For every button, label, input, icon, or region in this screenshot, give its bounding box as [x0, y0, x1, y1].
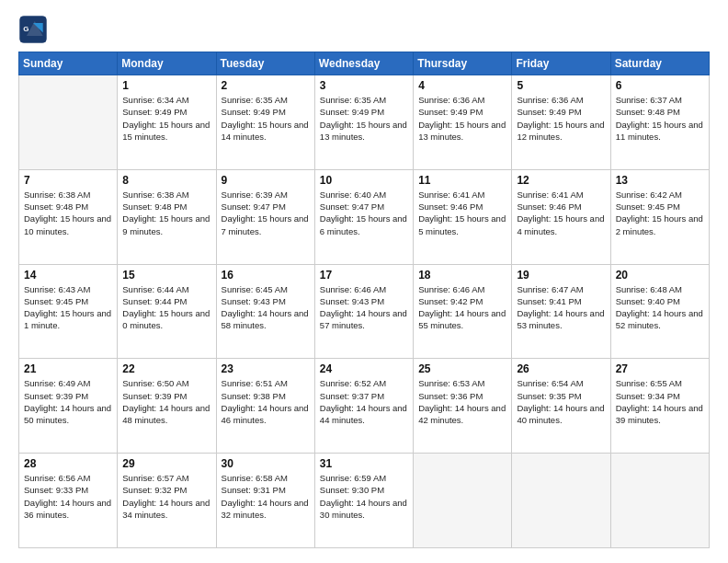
day-number: 16 [222, 269, 310, 282]
calendar-week-row: 21Sunrise: 6:49 AMSunset: 9:39 PMDayligh… [19, 359, 710, 454]
calendar-cell: 26Sunrise: 6:54 AMSunset: 9:35 PMDayligh… [512, 359, 610, 454]
calendar-cell: 3Sunrise: 6:35 AMSunset: 9:49 PMDaylight… [314, 75, 413, 170]
cell-info: Sunrise: 6:55 AMSunset: 9:34 PMDaylight:… [616, 377, 704, 426]
cell-info: Sunrise: 6:35 AMSunset: 9:49 PMDaylight:… [320, 94, 408, 143]
day-number: 1 [122, 79, 210, 92]
cell-info: Sunrise: 6:40 AMSunset: 9:47 PMDaylight:… [320, 189, 408, 237]
day-number: 27 [616, 362, 704, 375]
calendar-cell: 20Sunrise: 6:48 AMSunset: 9:40 PMDayligh… [610, 264, 709, 359]
cell-info: Sunrise: 6:43 AMSunset: 9:45 PMDaylight:… [24, 283, 112, 332]
calendar-cell: 16Sunrise: 6:45 AMSunset: 9:43 PMDayligh… [216, 264, 314, 359]
calendar-cell: 1Sunrise: 6:34 AMSunset: 9:49 PMDaylight… [118, 75, 216, 170]
cell-info: Sunrise: 6:35 AMSunset: 9:49 PMDaylight:… [222, 94, 310, 143]
cell-info: Sunrise: 6:53 AMSunset: 9:36 PMDaylight:… [418, 377, 506, 426]
day-number: 19 [517, 269, 605, 282]
calendar-cell: 12Sunrise: 6:41 AMSunset: 9:46 PMDayligh… [512, 169, 610, 264]
cell-info: Sunrise: 6:50 AMSunset: 9:39 PMDaylight:… [122, 377, 210, 426]
calendar-cell: 19Sunrise: 6:47 AMSunset: 9:41 PMDayligh… [512, 264, 610, 359]
cell-info: Sunrise: 6:36 AMSunset: 9:49 PMDaylight:… [418, 94, 506, 143]
cell-info: Sunrise: 6:49 AMSunset: 9:39 PMDaylight:… [24, 377, 112, 426]
calendar-col-header: Sunday [19, 52, 118, 75]
cell-info: Sunrise: 6:51 AMSunset: 9:38 PMDaylight:… [222, 377, 310, 426]
calendar-col-header: Thursday [414, 52, 512, 75]
day-number: 4 [418, 79, 506, 92]
day-number: 25 [418, 362, 506, 375]
day-number: 23 [222, 362, 310, 375]
calendar-col-header: Saturday [610, 52, 709, 75]
calendar-cell: 31Sunrise: 6:59 AMSunset: 9:30 PMDayligh… [314, 454, 413, 548]
calendar-cell: 27Sunrise: 6:55 AMSunset: 9:34 PMDayligh… [610, 359, 709, 454]
day-number: 9 [222, 174, 310, 187]
cell-info: Sunrise: 6:37 AMSunset: 9:48 PMDaylight:… [616, 94, 704, 143]
day-number: 6 [616, 79, 704, 92]
calendar-cell: 6Sunrise: 6:37 AMSunset: 9:48 PMDaylight… [610, 75, 709, 170]
cell-info: Sunrise: 6:58 AMSunset: 9:31 PMDaylight:… [222, 472, 310, 521]
cell-info: Sunrise: 6:54 AMSunset: 9:35 PMDaylight:… [517, 377, 605, 426]
day-number: 24 [320, 362, 408, 375]
day-number: 22 [122, 362, 210, 375]
day-number: 14 [24, 269, 112, 282]
cell-info: Sunrise: 6:48 AMSunset: 9:40 PMDaylight:… [616, 283, 704, 332]
calendar-cell [512, 454, 610, 548]
cell-info: Sunrise: 6:52 AMSunset: 9:37 PMDaylight:… [320, 377, 408, 426]
day-number: 15 [122, 269, 210, 282]
calendar-cell: 7Sunrise: 6:38 AMSunset: 9:48 PMDaylight… [19, 169, 118, 264]
day-number: 8 [122, 174, 210, 187]
day-number: 28 [24, 457, 112, 470]
calendar-cell: 18Sunrise: 6:46 AMSunset: 9:42 PMDayligh… [414, 264, 512, 359]
calendar-cell: 13Sunrise: 6:42 AMSunset: 9:45 PMDayligh… [610, 169, 709, 264]
day-number: 17 [320, 269, 408, 282]
calendar-cell [610, 454, 709, 548]
cell-info: Sunrise: 6:47 AMSunset: 9:41 PMDaylight:… [517, 283, 605, 332]
cell-info: Sunrise: 6:44 AMSunset: 9:44 PMDaylight:… [122, 283, 210, 332]
calendar-col-header: Monday [118, 52, 216, 75]
calendar-week-row: 1Sunrise: 6:34 AMSunset: 9:49 PMDaylight… [19, 75, 710, 170]
day-number: 31 [320, 457, 408, 470]
calendar-cell: 10Sunrise: 6:40 AMSunset: 9:47 PMDayligh… [314, 169, 413, 264]
header: G [18, 15, 710, 44]
day-number: 13 [616, 174, 704, 187]
cell-info: Sunrise: 6:34 AMSunset: 9:49 PMDaylight:… [122, 94, 210, 143]
cell-info: Sunrise: 6:59 AMSunset: 9:30 PMDaylight:… [320, 472, 408, 521]
calendar-week-row: 28Sunrise: 6:56 AMSunset: 9:33 PMDayligh… [19, 454, 710, 548]
calendar-cell: 25Sunrise: 6:53 AMSunset: 9:36 PMDayligh… [414, 359, 512, 454]
cell-info: Sunrise: 6:41 AMSunset: 9:46 PMDaylight:… [418, 189, 506, 237]
day-number: 21 [24, 362, 112, 375]
page: G SundayMondayTuesdayWednesdayThursdayFr… [0, 0, 728, 563]
calendar-cell: 28Sunrise: 6:56 AMSunset: 9:33 PMDayligh… [19, 454, 118, 548]
calendar-col-header: Friday [512, 52, 610, 75]
calendar-col-header: Tuesday [216, 52, 314, 75]
cell-info: Sunrise: 6:46 AMSunset: 9:43 PMDaylight:… [320, 283, 408, 332]
day-number: 5 [517, 79, 605, 92]
calendar-cell: 14Sunrise: 6:43 AMSunset: 9:45 PMDayligh… [19, 264, 118, 359]
day-number: 30 [222, 457, 310, 470]
day-number: 29 [122, 457, 210, 470]
cell-info: Sunrise: 6:38 AMSunset: 9:48 PMDaylight:… [24, 189, 112, 237]
day-number: 12 [517, 174, 605, 187]
calendar-cell: 4Sunrise: 6:36 AMSunset: 9:49 PMDaylight… [414, 75, 512, 170]
cell-info: Sunrise: 6:39 AMSunset: 9:47 PMDaylight:… [222, 189, 310, 237]
cell-info: Sunrise: 6:36 AMSunset: 9:49 PMDaylight:… [517, 94, 605, 143]
calendar-cell: 5Sunrise: 6:36 AMSunset: 9:49 PMDaylight… [512, 75, 610, 170]
day-number: 7 [24, 174, 112, 187]
day-number: 18 [418, 269, 506, 282]
day-number: 26 [517, 362, 605, 375]
calendar-cell: 23Sunrise: 6:51 AMSunset: 9:38 PMDayligh… [216, 359, 314, 454]
svg-text:G: G [23, 25, 28, 33]
calendar-cell: 24Sunrise: 6:52 AMSunset: 9:37 PMDayligh… [314, 359, 413, 454]
calendar-week-row: 14Sunrise: 6:43 AMSunset: 9:45 PMDayligh… [19, 264, 710, 359]
calendar-cell: 21Sunrise: 6:49 AMSunset: 9:39 PMDayligh… [19, 359, 118, 454]
calendar-header-row: SundayMondayTuesdayWednesdayThursdayFrid… [19, 52, 710, 75]
calendar-cell: 29Sunrise: 6:57 AMSunset: 9:32 PMDayligh… [118, 454, 216, 548]
day-number: 11 [418, 174, 506, 187]
cell-info: Sunrise: 6:41 AMSunset: 9:46 PMDaylight:… [517, 189, 605, 237]
day-number: 2 [222, 79, 310, 92]
calendar-cell: 15Sunrise: 6:44 AMSunset: 9:44 PMDayligh… [118, 264, 216, 359]
logo-icon: G [18, 15, 48, 44]
calendar-cell: 30Sunrise: 6:58 AMSunset: 9:31 PMDayligh… [216, 454, 314, 548]
cell-info: Sunrise: 6:57 AMSunset: 9:32 PMDaylight:… [122, 472, 210, 521]
cell-info: Sunrise: 6:45 AMSunset: 9:43 PMDaylight:… [222, 283, 310, 332]
day-number: 10 [320, 174, 408, 187]
cell-info: Sunrise: 6:46 AMSunset: 9:42 PMDaylight:… [418, 283, 506, 332]
logo: G [18, 15, 51, 44]
